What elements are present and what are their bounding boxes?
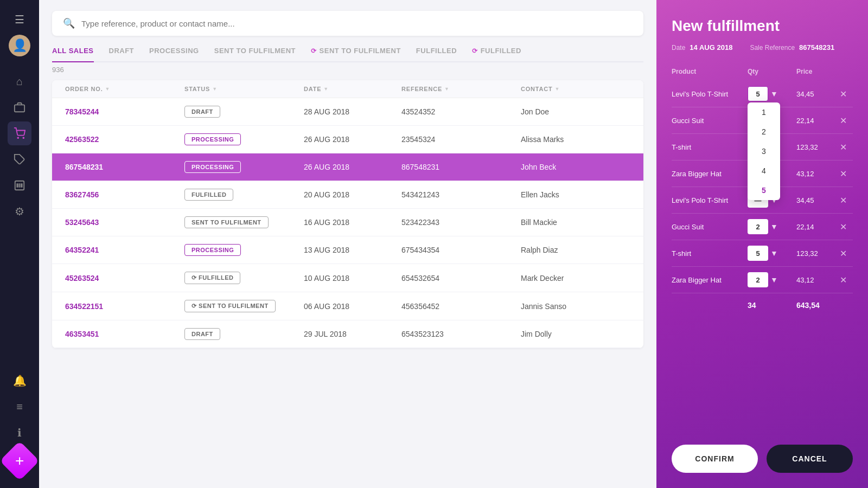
product-price: 123,32 bbox=[796, 249, 840, 258]
qty-control[interactable]: ▼ bbox=[748, 272, 796, 287]
table-row[interactable]: 45263524 ⟳ FULFILLED 10 AUG 2018 6545326… bbox=[52, 264, 643, 292]
remove-product-button[interactable]: ✕ bbox=[840, 248, 853, 259]
table-row[interactable]: 634522151 ⟳ SENT TO FULFILMENT 06 AUG 20… bbox=[52, 292, 643, 320]
order-number[interactable]: 46353451 bbox=[65, 330, 184, 338]
list-nav-icon[interactable]: ≡ bbox=[8, 395, 31, 419]
col-reference[interactable]: REFERENCE ▼ bbox=[401, 86, 521, 92]
order-number[interactable]: 867548231 bbox=[65, 163, 184, 171]
cart-nav-icon[interactable] bbox=[8, 121, 31, 145]
add-button[interactable]: + bbox=[0, 441, 40, 481]
cell-contact: Ralph Diaz bbox=[521, 246, 630, 254]
table-header: ORDER NO. ▼ STATUS ▼ DATE ▼ REFERENCE ▼ … bbox=[52, 80, 643, 98]
remove-product-button[interactable]: ✕ bbox=[840, 169, 853, 179]
cancel-button[interactable]: CANCEL bbox=[767, 445, 853, 473]
avatar[interactable]: 👤 bbox=[9, 35, 30, 56]
product-row: Levi's Polo T-Shirt ▼ 1 2 3 4 5 34,45 ✕ bbox=[672, 81, 853, 107]
tabs: ALL SALES DRAFT PROCESSING SENT TO FULFI… bbox=[52, 47, 643, 62]
remove-product-button[interactable]: ✕ bbox=[840, 89, 853, 99]
remove-product-button[interactable]: ✕ bbox=[840, 222, 853, 232]
total-qty: 34 bbox=[748, 301, 796, 310]
tab-all-sales[interactable]: ALL SALES bbox=[52, 47, 94, 62]
date-meta: Date 14 AUG 2018 bbox=[672, 43, 732, 52]
home-nav-icon[interactable]: ⌂ bbox=[8, 69, 31, 93]
cell-reference: 675434354 bbox=[401, 246, 521, 254]
tab-sent-fulfilment-icon[interactable]: ⟳ SENT TO FULFILMENT bbox=[311, 47, 401, 61]
qty-arrow[interactable]: ▼ bbox=[769, 222, 779, 231]
order-number[interactable]: 78345244 bbox=[65, 107, 184, 116]
qty-arrow[interactable]: ▼ bbox=[769, 275, 779, 284]
qty-option-5[interactable]: 5 bbox=[748, 181, 780, 200]
product-table-header: Product Qty Price bbox=[672, 65, 853, 79]
order-number[interactable]: 53245643 bbox=[65, 218, 184, 227]
tab-fulfilled[interactable]: FULFILLED bbox=[416, 47, 457, 61]
order-number[interactable]: 42563522 bbox=[65, 135, 184, 144]
product-name: Zara Bigger Hat bbox=[672, 276, 748, 284]
table-row[interactable]: 83627456 FULFILLED 20 AUG 2018 543421243… bbox=[52, 181, 643, 209]
product-name: Zara Bigger Hat bbox=[672, 170, 748, 178]
qty-dropdown-arrow[interactable]: ▼ bbox=[769, 89, 779, 98]
orders-table: ORDER NO. ▼ STATUS ▼ DATE ▼ REFERENCE ▼ … bbox=[52, 80, 643, 348]
qty-col-header: Qty bbox=[748, 68, 796, 75]
settings-nav-icon[interactable]: ⚙ bbox=[8, 200, 31, 223]
cell-date: 13 AUG 2018 bbox=[304, 246, 401, 254]
cell-contact: Alissa Marks bbox=[521, 135, 630, 144]
box-nav-icon[interactable] bbox=[8, 95, 31, 119]
cell-date: 26 AUG 2018 bbox=[304, 163, 401, 171]
order-number[interactable]: 45263524 bbox=[65, 274, 184, 282]
col-ref-sort-icon: ▼ bbox=[444, 86, 450, 92]
sidebar-bottom: 🔔 ≡ ℹ + bbox=[5, 369, 34, 479]
date-label: Date bbox=[672, 44, 685, 52]
qty-option-3[interactable]: 3 bbox=[748, 142, 780, 161]
cell-contact: Jannis Sanso bbox=[521, 302, 630, 311]
col-contact[interactable]: CONTACT ▼ bbox=[521, 86, 630, 92]
search-input[interactable] bbox=[81, 19, 633, 28]
col-date[interactable]: DATE ▼ bbox=[304, 86, 401, 92]
qty-option-2[interactable]: 2 bbox=[748, 122, 780, 142]
status-badge: DRAFT bbox=[184, 106, 220, 118]
col-order-sort-icon: ▼ bbox=[105, 86, 111, 92]
qty-control[interactable]: ▼ bbox=[748, 219, 796, 234]
qty-arrow[interactable]: ▼ bbox=[769, 249, 779, 258]
col-status[interactable]: STATUS ▼ bbox=[184, 86, 304, 92]
qty-input[interactable] bbox=[748, 246, 768, 261]
search-bar: 🔍 bbox=[52, 11, 643, 36]
tab-draft[interactable]: DRAFT bbox=[109, 47, 135, 61]
barcode-nav-icon[interactable] bbox=[8, 174, 31, 197]
table-row[interactable]: 53245643 SENT TO FULFILMENT 16 AUG 2018 … bbox=[52, 209, 643, 236]
menu-icon[interactable]: ☰ bbox=[8, 9, 31, 30]
tab-fulfilled-icon[interactable]: ⟳ FULFILLED bbox=[472, 47, 521, 61]
notifications-icon[interactable]: 🔔 bbox=[8, 369, 31, 393]
status-badge: PROCESSING bbox=[184, 161, 241, 173]
product-row: T-shirt ▼ 123,32 ✕ bbox=[672, 240, 853, 267]
table-row-selected[interactable]: 867548231 PROCESSING 26 AUG 2018 8675482… bbox=[52, 153, 643, 181]
qty-option-1[interactable]: 1 bbox=[748, 102, 780, 122]
remove-product-button[interactable]: ✕ bbox=[840, 275, 853, 285]
col-contact-sort-icon: ▼ bbox=[555, 86, 560, 92]
qty-control[interactable]: ▼ 1 2 3 4 5 bbox=[748, 86, 796, 101]
cell-date: 28 AUG 2018 bbox=[304, 107, 401, 116]
tag-nav-icon[interactable] bbox=[8, 147, 31, 171]
qty-input[interactable] bbox=[748, 272, 768, 287]
remove-product-button[interactable]: ✕ bbox=[840, 142, 853, 152]
tab-sent-fulfilment[interactable]: SENT TO FULFILMENT bbox=[214, 47, 296, 61]
table-row[interactable]: 42563522 PROCESSING 26 AUG 2018 23545324… bbox=[52, 126, 643, 153]
order-number[interactable]: 83627456 bbox=[65, 190, 184, 199]
info-icon[interactable]: ℹ bbox=[8, 421, 31, 445]
qty-input[interactable] bbox=[748, 86, 768, 101]
product-price: 34,45 bbox=[796, 196, 840, 204]
remove-product-button[interactable]: ✕ bbox=[840, 195, 853, 206]
table-row[interactable]: 78345244 DRAFT 28 AUG 2018 43524352 Jon … bbox=[52, 98, 643, 126]
col-order-no[interactable]: ORDER NO. ▼ bbox=[65, 86, 184, 92]
table-row[interactable]: 46353451 DRAFT 29 JUL 2018 6543523123 Ji… bbox=[52, 320, 643, 348]
table-row[interactable]: 64352241 PROCESSING 13 AUG 2018 67543435… bbox=[52, 236, 643, 264]
qty-input[interactable] bbox=[748, 219, 768, 234]
fulfillment-panel: New fulfillment Date 14 AUG 2018 Sale Re… bbox=[656, 0, 868, 488]
remove-product-button[interactable]: ✕ bbox=[840, 115, 853, 126]
cell-contact: Ellen Jacks bbox=[521, 190, 630, 199]
order-number[interactable]: 634522151 bbox=[65, 302, 184, 311]
qty-control[interactable]: ▼ bbox=[748, 246, 796, 261]
order-number[interactable]: 64352241 bbox=[65, 246, 184, 254]
confirm-button[interactable]: CONFIRM bbox=[672, 445, 758, 473]
qty-option-4[interactable]: 4 bbox=[748, 161, 780, 181]
tab-processing[interactable]: PROCESSING bbox=[149, 47, 199, 61]
